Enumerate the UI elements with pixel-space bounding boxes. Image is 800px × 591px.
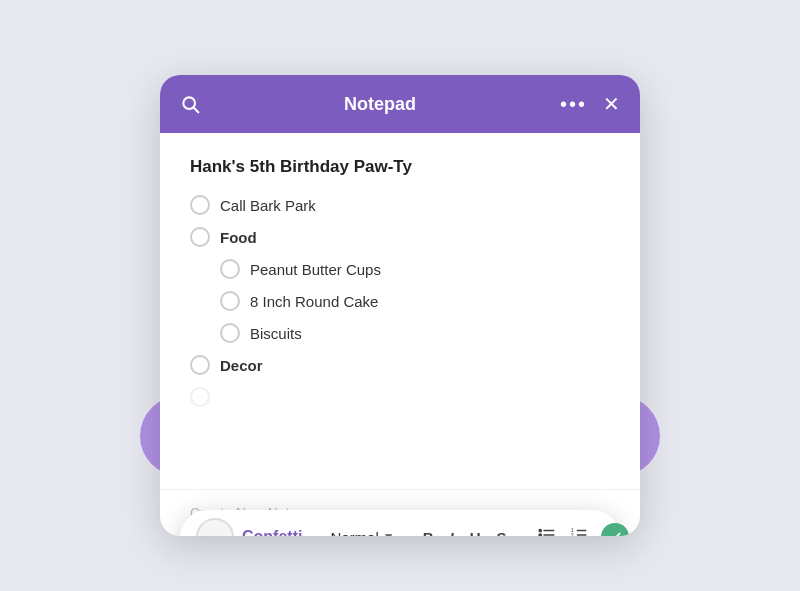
item-label: Peanut Butter Cups [250,261,381,278]
list-item: 8 Inch Round Cake [220,291,610,311]
checkbox-cake[interactable] [220,291,240,311]
more-options-icon[interactable]: ••• [560,93,587,116]
list-item: Call Bark Park [190,195,610,215]
notepad-header: Notepad ••• ✕ [160,75,640,133]
italic-button[interactable]: I [446,527,458,537]
svg-line-1 [194,108,199,113]
app-title: Notepad [200,94,560,115]
search-icon[interactable] [180,94,200,114]
notepad-body: Hank's 5th Birthday Paw-Ty Call Bark Par… [160,133,640,453]
checkbox-decor[interactable] [190,355,210,375]
checkbox-partial [190,387,210,407]
unordered-list-button[interactable] [535,524,559,536]
header-right: ••• ✕ [560,92,620,116]
svg-point-6 [539,534,541,536]
list-item-partial [190,387,610,407]
checkbox-peanut-butter[interactable] [220,259,240,279]
section-label: Decor [220,357,263,374]
avatar [196,518,234,536]
close-icon[interactable]: ✕ [603,92,620,116]
svg-point-5 [539,529,541,531]
list-item: Biscuits [220,323,610,343]
item-label: 8 Inch Round Cake [250,293,378,310]
checkbox-call-bark[interactable] [190,195,210,215]
section-label: Food [220,229,257,246]
checkbox-food[interactable] [190,227,210,247]
notepad-card: Notepad ••• ✕ Hank's 5th Birthday Paw-Ty… [160,75,640,536]
item-label: Call Bark Park [220,197,316,214]
chevron-down-icon: ▼ [383,530,395,536]
item-label: Biscuits [250,325,302,342]
style-select[interactable]: Normal ▼ [330,529,394,537]
font-name-label[interactable]: Confetti [242,528,306,536]
note-title: Hank's 5th Birthday Paw-Ty [190,157,610,177]
list-item: Food [190,227,610,247]
underline-button[interactable]: U [466,527,485,537]
header-left [180,94,200,114]
notepad-wrapper: Notepad ••• ✕ Hank's 5th Birthday Paw-Ty… [160,75,640,536]
checkbox-biscuits[interactable] [220,323,240,343]
bold-button[interactable]: B [419,527,438,537]
ordered-list-button[interactable]: 1 2 3 [567,524,591,536]
formatting-toolbar: Confetti Normal ▼ B I U S 1 [180,510,620,536]
list-item: Decor [190,355,610,375]
list-item: Peanut Butter Cups [220,259,610,279]
style-label: Normal [330,529,378,537]
strikethrough-button[interactable]: S [493,527,511,537]
